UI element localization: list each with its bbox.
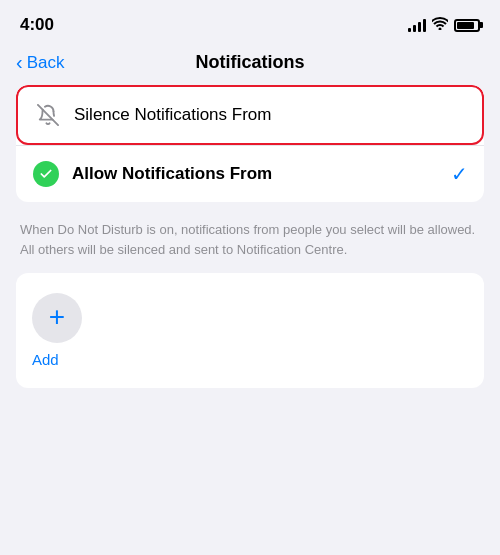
content-area: Silence Notifications From Allow Notific…: [0, 85, 500, 388]
back-chevron-icon: ‹: [16, 52, 23, 72]
status-icons: [408, 17, 480, 33]
description-text: When Do Not Disturb is on, notifications…: [16, 214, 484, 273]
plus-icon: +: [49, 303, 65, 331]
silence-label: Silence Notifications From: [74, 105, 466, 125]
add-card: + Add: [16, 273, 484, 388]
add-label: Add: [32, 351, 59, 368]
status-bar: 4:00: [0, 0, 500, 44]
nav-bar: ‹ Back Notifications: [0, 44, 500, 85]
checkmark-icon: ✓: [451, 162, 468, 186]
svg-line-0: [38, 105, 58, 125]
bell-slash-icon: [34, 101, 62, 129]
battery-icon: [454, 19, 480, 32]
allow-label: Allow Notifications From: [72, 164, 451, 184]
wifi-icon: [432, 17, 448, 33]
shield-check-icon: [32, 160, 60, 188]
silence-notifications-row[interactable]: Silence Notifications From: [16, 85, 484, 145]
signal-icon: [408, 18, 426, 32]
status-time: 4:00: [20, 15, 54, 35]
options-card: Silence Notifications From Allow Notific…: [16, 85, 484, 202]
back-button[interactable]: ‹ Back: [16, 53, 64, 73]
back-label: Back: [27, 53, 65, 73]
add-button[interactable]: +: [32, 293, 82, 343]
allow-notifications-row[interactable]: Allow Notifications From ✓: [16, 145, 484, 202]
page-title: Notifications: [195, 52, 304, 73]
